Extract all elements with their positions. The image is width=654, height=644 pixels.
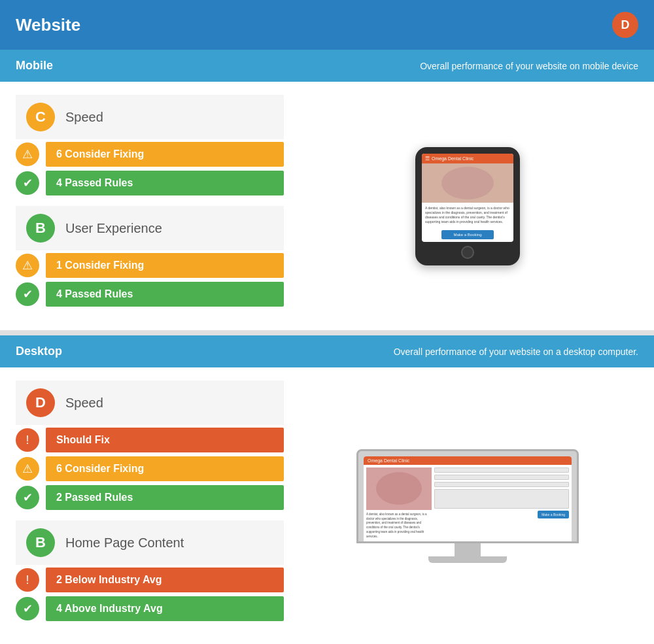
desktop-mockup: Omega Dental Clinic	[356, 449, 579, 564]
page-wrapper: Website D Mobile Overall performance of …	[0, 0, 654, 644]
mobile-speed-passed-rules-bar[interactable]: 4 Passed Rules	[46, 171, 284, 195]
monitor-site-name: Omega Dental Clinic	[368, 458, 409, 463]
desktop-speed-passed-rules-bar[interactable]: 2 Passed Rules	[46, 485, 284, 510]
monitor-content-layout: A dentist, also known as a dental surgeo…	[364, 465, 572, 542]
mobile-ux-grade-circle: B	[26, 214, 55, 243]
phone-screen: ☰ Omega Dental Clinic A dentist, also kn…	[422, 154, 513, 242]
monitor-stand	[455, 543, 481, 556]
desktop-section-bar: Desktop Overall performance of your webs…	[0, 335, 654, 367]
mobile-ux-metrics: ⚠ 1 Consider Fixing ✔ 4 Passed Rules	[16, 253, 284, 307]
monitor-textarea	[434, 489, 569, 509]
svg-point-4	[376, 472, 422, 505]
mobile-ux-grade-block: B User Experience	[16, 206, 284, 250]
desktop-speed-consider-fixing-row: ⚠ 6 Consider Fixing	[16, 456, 284, 481]
phone-body-text: A dentist, also known as a dental surgeo…	[422, 203, 513, 228]
desktop-content-grade-circle: B	[26, 528, 55, 557]
desktop-content-above-avg-row: ✔ 4 Above Industry Avg	[16, 596, 284, 621]
desktop-content-label: Home Page Content	[65, 535, 184, 551]
check-icon: ✔	[16, 486, 39, 509]
desktop-visual-column: Omega Dental Clinic	[297, 381, 638, 632]
mobile-speed-grade-circle: C	[26, 103, 55, 131]
monitor-input-2	[434, 475, 569, 480]
phone-home-button	[461, 246, 474, 259]
monitor-input-3	[434, 482, 569, 487]
desktop-content-grade-letter: B	[35, 534, 46, 551]
section-divider	[0, 330, 654, 335]
mobile-ux-label: User Experience	[65, 221, 162, 236]
warning-icon: ⚠	[16, 457, 39, 481]
desktop-content-below-avg-row: ! 2 Below Industry Avg	[16, 568, 284, 592]
mobile-ux-consider-fixing-row: ⚠ 1 Consider Fixing	[16, 253, 284, 278]
phone-hero-image	[422, 163, 513, 203]
warning-icon: ⚠	[16, 254, 39, 277]
mobile-ux-consider-fixing-bar[interactable]: 1 Consider Fixing	[46, 253, 284, 278]
mobile-speed-grade-block: C Speed	[16, 95, 284, 139]
monitor-screen: Omega Dental Clinic	[364, 456, 572, 542]
mobile-speed-grade-letter: C	[35, 109, 46, 126]
monitor-right-panel: Make a Booking	[434, 467, 569, 539]
phone-cta-button[interactable]: Make a Booking	[441, 230, 494, 239]
monitor-input-1	[434, 467, 569, 473]
desktop-speed-grade-letter: D	[35, 394, 46, 411]
mobile-ux-grade-letter: B	[35, 220, 46, 237]
desktop-content-below-avg-bar[interactable]: 2 Below Industry Avg	[46, 568, 284, 592]
error-icon: !	[16, 568, 39, 592]
monitor-cta-button[interactable]: Make a Booking	[538, 511, 569, 518]
monitor-body-text: A dentist, also known as a dental surgeo…	[366, 513, 432, 539]
mobile-speed-label: Speed	[65, 110, 103, 125]
phone-menu-icon: ☰	[425, 156, 430, 161]
desktop-speed-should-fix-bar[interactable]: Should Fix	[46, 428, 284, 452]
desktop-section-description: Overall performance of your website on a…	[394, 347, 638, 357]
mobile-section-description: Overall performance of your website on m…	[420, 61, 638, 71]
phone-mockup: ☰ Omega Dental Clinic A dentist, also kn…	[415, 147, 520, 265]
check-icon: ✔	[16, 171, 39, 195]
desktop-section-title: Desktop	[16, 345, 62, 358]
mobile-ux-passed-rules-bar[interactable]: 4 Passed Rules	[46, 282, 284, 307]
desktop-speed-grade-circle: D	[26, 388, 55, 417]
phone-top-bar: ☰ Omega Dental Clinic	[422, 154, 513, 163]
monitor-left-panel: A dentist, also known as a dental surgeo…	[366, 467, 432, 539]
phone-site-name: Omega Dental Clinic	[432, 156, 473, 161]
mobile-speed-metrics: ⚠ 6 Consider Fixing ✔ 4 Passed Rules	[16, 142, 284, 195]
header: Website D	[0, 0, 654, 50]
desktop-content-area: D Speed ! Should Fix ⚠ 6 Consider Fixing…	[0, 367, 654, 644]
monitor-base	[428, 556, 507, 563]
desktop-speed-metrics: ! Should Fix ⚠ 6 Consider Fixing ✔ 2 Pas…	[16, 428, 284, 510]
desktop-metrics-column: D Speed ! Should Fix ⚠ 6 Consider Fixing…	[16, 381, 284, 632]
desktop-speed-should-fix-row: ! Should Fix	[16, 428, 284, 452]
error-icon: !	[16, 428, 39, 452]
desktop-content-above-avg-bar[interactable]: 4 Above Industry Avg	[46, 596, 284, 621]
desktop-speed-passed-rules-row: ✔ 2 Passed Rules	[16, 485, 284, 510]
avatar: D	[612, 12, 638, 38]
page-title: Website	[16, 15, 80, 35]
mobile-speed-passed-rules-row: ✔ 4 Passed Rules	[16, 171, 284, 195]
monitor-top-bar: Omega Dental Clinic	[364, 456, 572, 465]
mobile-content-area: C Speed ⚠ 6 Consider Fixing ✔ 4 Passed R…	[0, 82, 654, 330]
desktop-speed-consider-fixing-bar[interactable]: 6 Consider Fixing	[46, 456, 284, 481]
mobile-speed-consider-fixing-row: ⚠ 6 Consider Fixing	[16, 142, 284, 167]
check-icon: ✔	[16, 282, 39, 306]
mobile-ux-passed-rules-row: ✔ 4 Passed Rules	[16, 282, 284, 307]
desktop-content-metrics: ! 2 Below Industry Avg ✔ 4 Above Industr…	[16, 568, 284, 621]
mobile-metrics-column: C Speed ⚠ 6 Consider Fixing ✔ 4 Passed R…	[16, 95, 284, 317]
mobile-speed-consider-fixing-bar[interactable]: 6 Consider Fixing	[46, 142, 284, 167]
check-icon: ✔	[16, 597, 39, 620]
warning-icon: ⚠	[16, 143, 39, 166]
monitor: Omega Dental Clinic	[356, 449, 579, 544]
desktop-content-grade-block: B Home Page Content	[16, 520, 284, 565]
monitor-hero-image	[366, 467, 432, 510]
mobile-visual-column: ☰ Omega Dental Clinic A dentist, also kn…	[297, 95, 638, 317]
svg-point-1	[441, 167, 494, 199]
mobile-section-title: Mobile	[16, 59, 53, 73]
desktop-speed-grade-block: D Speed	[16, 381, 284, 425]
mobile-section-bar: Mobile Overall performance of your websi…	[0, 50, 654, 82]
desktop-speed-label: Speed	[65, 396, 103, 411]
